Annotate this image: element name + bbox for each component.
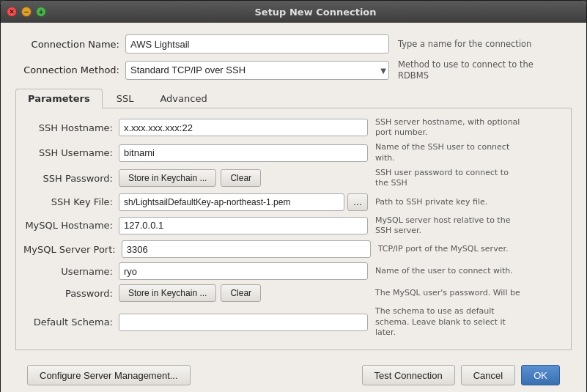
ssh-username-hint: Name of the SSH user to connect with. (375, 142, 522, 163)
ssh-key-file-group: ... (119, 193, 368, 211)
password-hint: The MySQL user's password. Will be (375, 288, 520, 298)
password-controls: Store in Keychain ... Clear (119, 284, 368, 302)
setup-connection-dialog: ✕ − + Setup New Connection Connection Na… (0, 0, 587, 392)
connection-name-input[interactable] (125, 34, 389, 53)
footer-right: Test Connection Cancel OK (362, 365, 561, 385)
tab-parameters[interactable]: Parameters (15, 89, 103, 108)
ssh-hostname-input[interactable] (119, 119, 368, 136)
username-row: Username: Name of the user to connect wi… (23, 262, 564, 280)
ssh-key-file-browse-button[interactable]: ... (347, 193, 368, 211)
footer-left: Configure Server Management... (27, 365, 356, 385)
ssh-password-hint: SSH user password to connect to the SSH (375, 168, 522, 189)
ssh-password-controls: Store in Keychain ... Clear (119, 169, 368, 187)
username-hint: Name of the user to connect with. (375, 266, 513, 276)
mysql-port-row: MySQL Server Port: TCP/IP port of the My… (23, 240, 564, 258)
connection-method-hint: Method to use to connect to the RDBMS (398, 59, 552, 81)
connection-name-row: Connection Name: Type a name for the con… (15, 34, 572, 53)
minimize-button[interactable]: − (21, 7, 32, 17)
titlebar: ✕ − + Setup New Connection (1, 1, 586, 23)
password-keychain-button[interactable]: Store in Keychain ... (119, 284, 216, 302)
test-connection-button[interactable]: Test Connection (362, 365, 455, 385)
ssh-key-file-row: SSH Key File: ... Path to SSH private ke… (23, 193, 564, 211)
password-label: Password: (23, 288, 119, 299)
default-schema-row: Default Schema: The schema to use as def… (23, 306, 564, 338)
mysql-port-label: MySQL Server Port: (23, 244, 122, 255)
connection-method-wrapper: Standard TCP/IP over SSH ▼ (125, 61, 389, 80)
ssh-hostname-label: SSH Hostname: (23, 122, 119, 133)
connection-name-hint: Type a name for the connection (398, 39, 531, 50)
close-button[interactable]: ✕ (7, 7, 17, 17)
dialog-footer: Configure Server Management... Test Conn… (15, 359, 572, 392)
tab-content-parameters: SSH Hostname: SSH server hostname, with … (15, 108, 572, 350)
window-title: Setup New Connection (51, 7, 580, 18)
ssh-hostname-row: SSH Hostname: SSH server hostname, with … (23, 117, 564, 138)
ssh-username-label: SSH Username: (23, 147, 119, 158)
ssh-hostname-hint: SSH server hostname, with optional port … (375, 117, 522, 138)
ssh-password-keychain-button[interactable]: Store in Keychain ... (119, 169, 216, 187)
password-row: Password: Store in Keychain ... Clear Th… (23, 284, 564, 302)
username-input[interactable] (119, 262, 368, 280)
ssh-key-file-label: SSH Key File: (23, 196, 119, 207)
tab-advanced[interactable]: Advanced (147, 89, 219, 108)
mysql-hostname-row: MySQL Hostname: MySQL server host relati… (23, 215, 564, 237)
tab-ssl[interactable]: SSL (104, 89, 147, 108)
ssh-username-row: SSH Username: Name of the SSH user to co… (23, 142, 564, 163)
ssh-key-file-hint: Path to SSH private key file. (375, 197, 487, 207)
ssh-password-row: SSH Password: Store in Keychain ... Clea… (23, 168, 564, 189)
mysql-hostname-input[interactable] (119, 217, 368, 234)
password-clear-button[interactable]: Clear (221, 284, 261, 302)
connection-method-row: Connection Method: Standard TCP/IP over … (15, 59, 572, 81)
username-label: Username: (23, 266, 119, 277)
connection-method-select[interactable]: Standard TCP/IP over SSH (125, 61, 389, 80)
connection-method-label: Connection Method: (15, 64, 125, 75)
ssh-password-label: SSH Password: (23, 173, 119, 184)
mysql-port-input[interactable] (122, 240, 371, 258)
default-schema-label: Default Schema: (23, 317, 119, 328)
mysql-hostname-label: MySQL Hostname: (23, 220, 119, 231)
ssh-key-file-input[interactable] (119, 193, 344, 211)
ok-button[interactable]: OK (521, 365, 560, 385)
mysql-port-hint: TCP/IP port of the MySQL server. (378, 244, 509, 254)
dialog-content: Connection Name: Type a name for the con… (1, 23, 586, 392)
tab-bar: Parameters SSL Advanced (15, 89, 572, 108)
configure-server-button[interactable]: Configure Server Management... (27, 365, 191, 385)
mysql-hostname-hint: MySQL server host relative to the SSH se… (375, 215, 522, 237)
default-schema-input[interactable] (119, 314, 368, 331)
connection-name-label: Connection Name: (15, 39, 125, 50)
ssh-password-clear-button[interactable]: Clear (221, 169, 261, 187)
default-schema-hint: The schema to use as default schema. Lea… (375, 306, 522, 338)
cancel-button[interactable]: Cancel (461, 365, 515, 385)
ssh-username-input[interactable] (119, 144, 368, 162)
maximize-button[interactable]: + (36, 7, 46, 17)
